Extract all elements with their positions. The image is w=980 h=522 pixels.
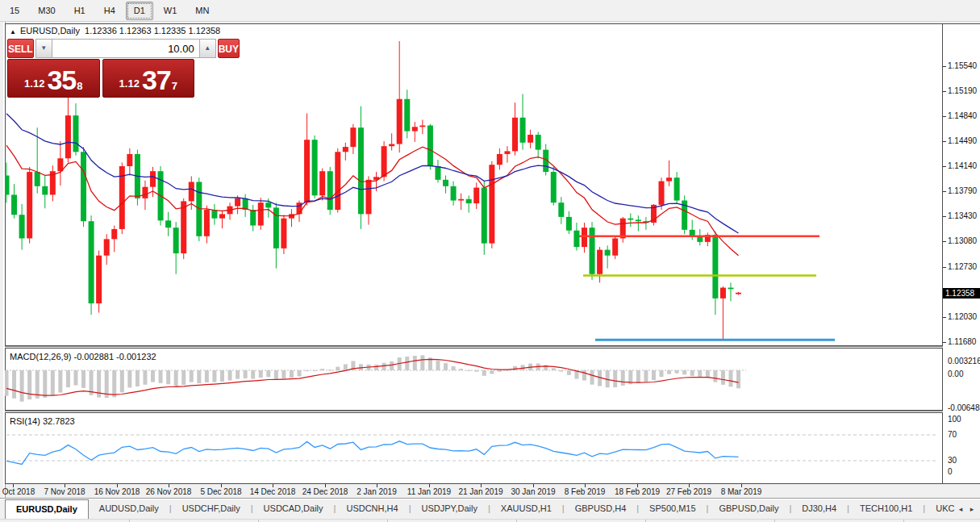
sell-price-point: 8	[77, 81, 82, 92]
timeframe-button-m30[interactable]: M30	[30, 2, 63, 20]
price-axis-label: 1.14840	[948, 111, 977, 120]
volume-input[interactable]	[52, 39, 199, 58]
price-axis-label: 1.14490	[948, 136, 977, 145]
price-axis-tick	[943, 267, 946, 268]
expand-triangle-icon[interactable]: ▲	[10, 28, 16, 35]
price-axis-tick	[943, 191, 946, 192]
date-axis-label: 29 Oct 2018	[0, 487, 35, 496]
price-axis-label: 1.14140	[948, 161, 977, 170]
timeframe-button-15[interactable]: 15	[2, 2, 27, 20]
date-axis-label: 24 Dec 2018	[302, 487, 348, 496]
macd-axis-label: -0.006485	[948, 403, 980, 412]
sell-price-prefix: 1.12	[24, 76, 44, 92]
chart-title: ▲EURUSD,Daily 1.12336 1.12363 1.12335 1.…	[10, 26, 220, 35]
volume-increase-button[interactable]: ▲	[199, 39, 216, 58]
price-axis-label: 1.12730	[948, 262, 977, 271]
price-axis-label: 1.11680	[948, 337, 976, 346]
price-axis[interactable]: 1.12358 1.155401.151901.148401.144901.14…	[943, 23, 980, 484]
date-axis-label: 2 Jan 2019	[357, 487, 397, 496]
price-axis-label: 1.13080	[948, 236, 977, 245]
date-axis-label: 30 Jan 2019	[511, 487, 555, 496]
timeframe-button-mn[interactable]: MN	[187, 2, 217, 20]
date-axis-label: 8 Feb 2019	[565, 487, 606, 496]
chart-tab-tech100[interactable]: TECH100,H1	[849, 499, 923, 519]
date-axis-label: 21 Jan 2019	[458, 487, 503, 496]
tab-scroll-right-icon[interactable]: ▸	[966, 502, 978, 516]
macd-axis-label: 0.003216	[948, 357, 980, 365]
chart-tab-audusd[interactable]: AUDUSD,Daily	[89, 499, 169, 519]
date-axis-label: 18 Feb 2019	[615, 487, 660, 496]
sell-price-display[interactable]: 1.12358	[7, 59, 100, 98]
price-axis-tick	[943, 116, 946, 117]
tab-scroll-left-icon[interactable]: ◂	[955, 502, 966, 516]
chart-tab-bar: EURUSD,DailyAUDUSD,Daily|USDCHF,Daily|US…	[0, 499, 980, 519]
timeframe-button-w1[interactable]: W1	[156, 2, 186, 20]
price-axis-tick	[943, 141, 946, 142]
bottom-strip	[0, 519, 980, 522]
tab-scroll-arrows: ◂ ▸	[955, 502, 978, 516]
chart-symbol-period: EURUSD,Daily	[20, 26, 80, 35]
date-axis-label: 11 Jan 2019	[407, 487, 451, 496]
buy-price-display[interactable]: 1.12377	[102, 59, 195, 98]
price-axis-tick	[943, 66, 946, 67]
price-axis-label: 1.13430	[948, 211, 977, 220]
price-axis-tick	[943, 166, 946, 167]
date-axis-label: 14 Dec 2018	[250, 487, 296, 496]
rsi-axis-label: 100	[948, 415, 961, 424]
rsi-chart[interactable]	[5, 412, 943, 484]
date-axis-label: 16 Nov 2018	[94, 487, 140, 496]
rsi-indicator-label: RSI(14) 32.7823	[10, 416, 75, 426]
price-axis-tick	[943, 216, 946, 217]
macd-axis-label: 0.00	[948, 370, 963, 378]
chart-ohlc-values: 1.12336 1.12363 1.12335 1.12358	[85, 26, 220, 35]
current-price-tag: 1.12358	[943, 288, 980, 299]
timeframe-button-d1[interactable]: D1	[126, 2, 153, 20]
date-axis-label: 8 Mar 2019	[721, 487, 762, 496]
date-axis-label: 7 Nov 2018	[44, 487, 85, 496]
volume-decrease-button[interactable]: ▼	[35, 39, 52, 58]
price-axis-label: 1.15190	[948, 86, 977, 95]
chart-tab-xauusd[interactable]: XAUUSD,H1	[490, 499, 562, 519]
chart-tab-gbpusd[interactable]: GBPUSD,H4	[565, 499, 637, 519]
chart-tab-usdcad[interactable]: USDCAD,Daily	[253, 499, 334, 519]
price-axis-tick	[943, 241, 946, 242]
price-axis-label: 1.15540	[948, 61, 977, 70]
date-axis-label: 26 Nov 2018	[146, 487, 192, 496]
macd-indicator-label: MACD(12,26,9) -0.002881 -0.001232	[10, 352, 156, 361]
buy-price-prefix: 1.12	[119, 76, 140, 92]
trading-terminal: 15M30H1H4D1W1MN ▲EURUSD,Daily 1.12336 1.…	[0, 0, 980, 522]
buy-button[interactable]: BUY	[218, 39, 240, 58]
price-axis-label: 1.13790	[948, 186, 977, 195]
sell-button[interactable]: SELL	[7, 39, 34, 58]
timeframe-button-h4[interactable]: H4	[96, 2, 123, 20]
price-axis-tick	[943, 91, 946, 92]
chart-tab-eurusd[interactable]: EURUSD,Daily	[5, 499, 89, 519]
price-axis-label: 1.12030	[948, 312, 977, 321]
chart-tab-dj30[interactable]: DJ30,H4	[791, 499, 847, 519]
date-axis-label: 5 Dec 2018	[200, 487, 241, 496]
timeframe-toolbar: 15M30H1H4D1W1MN	[0, 0, 980, 22]
sell-price-pips: 35	[47, 68, 76, 92]
timeframe-button-h1[interactable]: H1	[66, 2, 94, 20]
buy-price-point: 7	[172, 81, 177, 92]
date-axis[interactable]: 29 Oct 20187 Nov 201816 Nov 201826 Nov 2…	[5, 484, 943, 498]
price-axis-tick	[943, 317, 946, 318]
one-click-trading-panel: SELL ▼ ▲ BUY 1.12358 1.12377	[7, 39, 194, 98]
chart-tab-usdchf[interactable]: USDCHF,Daily	[172, 499, 251, 519]
buy-price-pips: 37	[142, 68, 171, 92]
date-axis-label: 27 Feb 2019	[666, 487, 711, 496]
chart-tab-sp500[interactable]: SP500,M15	[639, 499, 706, 519]
chart-tab-gbpusd[interactable]: GBPUSD,Daily	[708, 499, 789, 519]
price-axis-tick	[943, 342, 946, 343]
chart-tab-usdjpy[interactable]: USDJPY,Daily	[411, 499, 488, 519]
chart-tab-usdcnh[interactable]: USDCNH,H4	[336, 499, 408, 519]
rsi-axis-label: 0	[948, 467, 953, 476]
rsi-axis-label: 30	[948, 456, 957, 465]
rsi-axis-label: 70	[948, 430, 957, 439]
